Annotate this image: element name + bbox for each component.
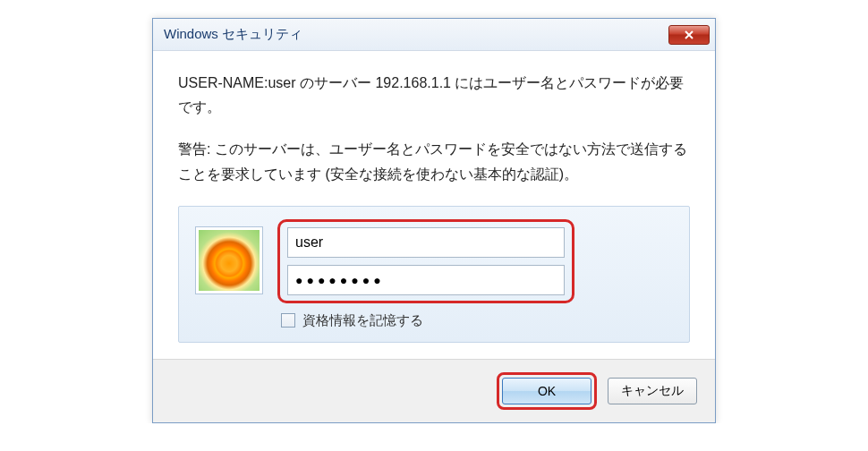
username-input[interactable] <box>287 227 565 258</box>
flower-icon <box>199 230 260 291</box>
cancel-button[interactable]: キャンセル <box>608 378 697 404</box>
user-avatar <box>195 226 263 294</box>
dialog-content: USER-NAME:user のサーバー 192.168.1.1 にはユーザー名… <box>153 51 715 359</box>
button-row: OK キャンセル <box>153 359 715 422</box>
dialog-title: Windows セキュリティ <box>164 26 302 43</box>
ok-button[interactable]: OK <box>502 378 591 404</box>
credentials-panel: 資格情報を記憶する <box>178 206 690 343</box>
input-highlight <box>277 219 574 303</box>
auth-warning: 警告: このサーバーは、ユーザー名とパスワードを安全ではない方法で送信することを… <box>178 137 690 185</box>
security-dialog: Windows セキュリティ USER-NAME:user のサーバー 192.… <box>152 18 716 423</box>
close-icon <box>684 30 694 40</box>
remember-checkbox[interactable] <box>281 313 295 328</box>
credential-fields: 資格情報を記憶する <box>277 219 673 329</box>
remember-row: 資格情報を記憶する <box>281 312 673 329</box>
remember-label: 資格情報を記憶する <box>302 312 423 329</box>
password-input[interactable] <box>287 265 565 295</box>
titlebar: Windows セキュリティ <box>153 19 715 51</box>
ok-highlight: OK <box>497 372 597 410</box>
auth-message: USER-NAME:user のサーバー 192.168.1.1 にはユーザー名… <box>178 71 690 119</box>
close-button[interactable] <box>668 25 710 45</box>
